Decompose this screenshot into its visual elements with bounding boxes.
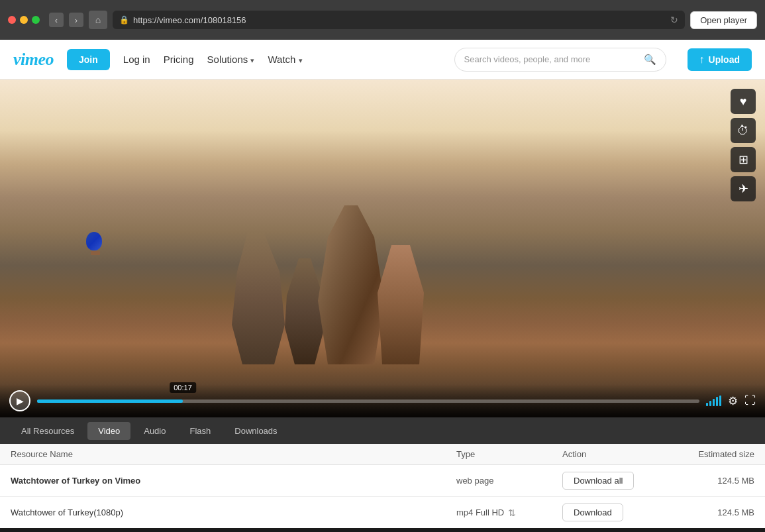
balloon-body: [86, 232, 102, 250]
vol-bar-4: [716, 397, 718, 406]
vol-bar-5: [719, 396, 721, 406]
watch-link[interactable]: Watch ▾: [268, 54, 302, 65]
header-type: Type: [456, 449, 562, 459]
row-2-name: Watchtower of Turkey(1080p): [11, 507, 456, 517]
open-player-button[interactable]: Open player: [690, 11, 757, 29]
login-link[interactable]: Log in: [123, 54, 150, 65]
tab-flash[interactable]: Flash: [179, 422, 221, 440]
watch-later-button[interactable]: ⏱: [731, 118, 756, 143]
send-icon: ✈: [739, 182, 748, 196]
side-actions: ♥ ⏱ ⊞ ✈: [731, 89, 756, 201]
tab-all-resources[interactable]: All Resources: [11, 422, 85, 440]
row-1-action: Download all: [562, 472, 668, 490]
fullscreen-icon[interactable]: ⛶: [744, 394, 756, 407]
table-row: Watchtower of Turkey on Vimeo web page D…: [0, 465, 765, 497]
video-frame: [0, 80, 765, 417]
like-button[interactable]: ♥: [731, 89, 756, 114]
upload-icon: ↑: [699, 54, 705, 66]
header-name: Resource Name: [11, 449, 456, 459]
rock-formation-1: [232, 232, 285, 364]
maximize-traffic-light[interactable]: [32, 16, 40, 24]
row-1-size: 124.5 MB: [668, 476, 754, 486]
traffic-lights: [8, 16, 40, 24]
hot-air-balloon: [86, 232, 105, 255]
tab-downloads[interactable]: Downloads: [224, 422, 287, 440]
lock-icon: 🔒: [119, 15, 129, 25]
upload-label: Upload: [709, 54, 740, 65]
rock-formation-4: [378, 245, 424, 364]
balloon-basket: [91, 251, 100, 255]
header-action: Action: [562, 449, 668, 459]
vimeo-navbar: vimeo Join Log in Pricing Solutions ▾ Wa…: [0, 40, 765, 80]
clock-icon: ⏱: [737, 124, 749, 138]
row-2-type: mp4 Full HD ⇅: [456, 507, 562, 518]
forward-button[interactable]: ›: [69, 13, 83, 27]
row-1-name: Watchtower of Turkey on Vimeo: [11, 476, 456, 486]
header-size: Estimated size: [668, 449, 754, 459]
download-button[interactable]: Download: [562, 504, 623, 521]
row-1-type: web page: [456, 476, 562, 486]
tab-video[interactable]: Video: [87, 422, 130, 440]
download-all-button[interactable]: Download all: [562, 472, 634, 490]
search-placeholder: Search videos, people, and more: [464, 54, 638, 64]
table-row: Watchtower of Turkey(1080p) mp4 Full HD …: [0, 497, 765, 528]
layers-icon: ⊞: [739, 152, 748, 167]
minimize-traffic-light[interactable]: [20, 16, 28, 24]
tab-audio[interactable]: Audio: [133, 422, 176, 440]
resource-table: Resource Name Type Action Estimated size…: [0, 444, 765, 528]
logo-text: vimeo: [13, 50, 54, 70]
settings-icon[interactable]: ⚙: [728, 394, 738, 408]
close-traffic-light[interactable]: [8, 16, 16, 24]
video-controls: ▶ 00:17 ⚙ ⛶: [0, 384, 765, 417]
search-box[interactable]: Search videos, people, and more 🔍: [454, 48, 666, 72]
upload-button[interactable]: ↑ Upload: [688, 48, 752, 71]
row-2-action: Download: [562, 504, 668, 521]
url-text: https://vimeo.com/108018156: [133, 15, 666, 25]
progress-bar[interactable]: 00:17: [37, 399, 699, 403]
vol-bar-2: [709, 401, 711, 406]
row-2-size: 124.5 MB: [668, 507, 754, 517]
address-bar[interactable]: 🔒 https://vimeo.com/108018156 ↻: [113, 11, 685, 29]
collections-button[interactable]: ⊞: [731, 147, 756, 172]
browser-chrome: ‹ › ⌂ 🔒 https://vimeo.com/108018156 ↻ Op…: [0, 0, 765, 40]
pricing-link[interactable]: Pricing: [164, 54, 194, 65]
search-icon: 🔍: [644, 54, 656, 66]
solutions-dropdown-icon: ▾: [250, 56, 254, 64]
watch-dropdown-icon: ▾: [299, 56, 303, 64]
video-container[interactable]: ♥ ⏱ ⊞ ✈ ▶ 00:17 ⚙ ⛶: [0, 80, 765, 417]
volume-indicator: [706, 396, 721, 406]
rock-formation-2: [285, 258, 325, 364]
progress-filled: [37, 399, 183, 403]
back-button[interactable]: ‹: [49, 13, 64, 27]
play-icon: ▶: [17, 396, 24, 406]
home-button[interactable]: ⌂: [89, 11, 107, 29]
solutions-link[interactable]: Solutions ▾: [207, 54, 255, 65]
refresh-icon[interactable]: ↻: [670, 15, 678, 25]
vol-bar-1: [706, 403, 708, 406]
vol-bar-3: [713, 399, 715, 406]
play-button[interactable]: ▶: [9, 390, 30, 411]
table-header: Resource Name Type Action Estimated size: [0, 444, 765, 465]
heart-icon: ♥: [740, 95, 747, 109]
resource-tabs: All Resources Video Audio Flash Download…: [0, 417, 765, 444]
time-tooltip: 00:17: [170, 382, 196, 393]
share-button[interactable]: ✈: [731, 176, 756, 201]
join-button[interactable]: Join: [67, 49, 110, 70]
quality-select-icon[interactable]: ⇅: [508, 507, 516, 518]
rock-formation-3: [318, 205, 384, 364]
vimeo-logo[interactable]: vimeo: [13, 50, 54, 70]
